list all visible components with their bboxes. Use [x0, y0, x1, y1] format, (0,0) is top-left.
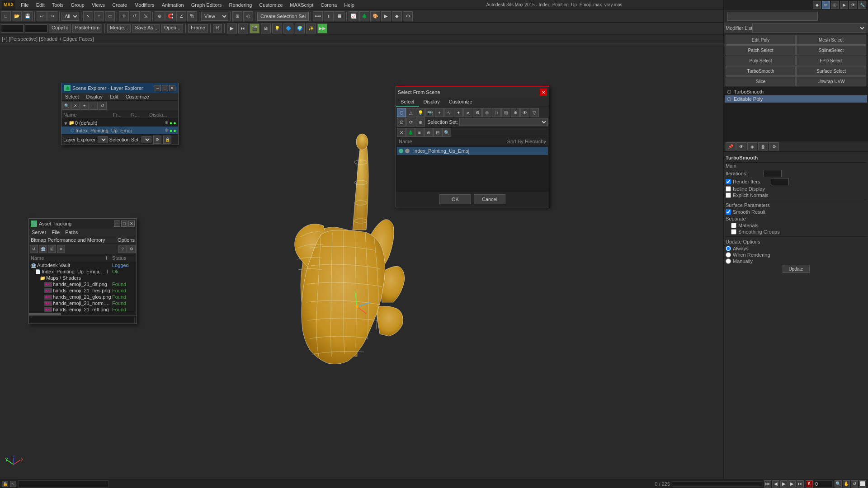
- move-btn[interactable]: ✛: [119, 11, 129, 21]
- se-collapse-btn[interactable]: -: [90, 102, 98, 110]
- at-settings-btn[interactable]: ⚙: [127, 245, 136, 253]
- sfs-search-close-btn[interactable]: ✕: [397, 128, 406, 137]
- remove-mod-btn[interactable]: 🗑: [758, 142, 768, 150]
- viewport-btn[interactable]: 🖥: [261, 23, 271, 33]
- sfs-invert-btn[interactable]: ⟳: [406, 117, 415, 127]
- sfs-selection-set-dropdown[interactable]: [459, 118, 548, 126]
- reference-btn[interactable]: ⊕: [155, 11, 165, 21]
- sfs-light-btn[interactable]: 💡: [416, 108, 425, 117]
- always-radio[interactable]: [726, 246, 731, 251]
- align-btn[interactable]: ⫿: [324, 11, 334, 21]
- sfs-customize-tab[interactable]: Customize: [444, 98, 477, 107]
- at-row-6[interactable]: IMG hands_emoji_21_norm.png Found: [29, 300, 137, 306]
- at-status-input[interactable]: [31, 317, 135, 323]
- frame-input[interactable]: [815, 480, 833, 488]
- object-type-select[interactable]: All: [61, 12, 79, 21]
- at-grid-btn[interactable]: ⊞: [48, 245, 56, 253]
- sfs-ik-btn[interactable]: ⚙: [473, 108, 482, 117]
- start-frame-btn[interactable]: ⏮: [764, 480, 771, 488]
- se-display-menu[interactable]: Display: [83, 93, 106, 100]
- menu-help[interactable]: Help: [340, 1, 358, 9]
- menu-rendering[interactable]: Rendering: [226, 1, 256, 9]
- end-frame-btn[interactable]: ⏭: [797, 480, 804, 488]
- pivot-btn[interactable]: ◎: [243, 11, 253, 21]
- display-icon[interactable]: 👁: [849, 1, 857, 9]
- unwrap-uvw-btn[interactable]: Unwrap UVW: [796, 76, 866, 86]
- slice-btn[interactable]: Slice: [726, 76, 796, 86]
- sfs-close-btn[interactable]: ✕: [540, 89, 547, 96]
- at-row-5[interactable]: IMG hands_emoji_21_glos.png Found: [29, 294, 137, 300]
- copy-to-btn[interactable]: CopyTo: [49, 24, 71, 33]
- sfs-geom-btn[interactable]: ⬡: [397, 108, 406, 117]
- configure-btn[interactable]: ⚙: [769, 142, 779, 150]
- status-lock-btn[interactable]: 🔒: [2, 481, 8, 487]
- sfs-select-tab[interactable]: Select: [396, 98, 419, 107]
- sfs-none-btn[interactable]: ∅: [397, 117, 406, 127]
- render-active-btn[interactable]: 🎬: [250, 23, 259, 33]
- at-row-7[interactable]: IMG hands_emoji_21_refl.png Found: [29, 306, 137, 313]
- at-row-2[interactable]: 📁 Maps / Shaders: [29, 275, 137, 281]
- smooth-result-checkbox[interactable]: [726, 209, 731, 215]
- sfs-bone-btn[interactable]: ⌀: [463, 108, 472, 117]
- sfs-hidden-btn[interactable]: 👁: [520, 108, 529, 117]
- sfs-arrange-btn[interactable]: ⊟: [433, 128, 442, 137]
- at-server-menu[interactable]: Server: [29, 229, 49, 236]
- save-as-btn[interactable]: Save As...: [132, 24, 160, 33]
- sfs-tree-btn[interactable]: 🌲: [406, 128, 415, 137]
- sfs-zoom-btn[interactable]: ⊕: [424, 128, 433, 137]
- se-lock-btn[interactable]: 🔒: [163, 136, 171, 144]
- manually-radio[interactable]: [726, 258, 731, 264]
- turbo-smooth-mod-btn[interactable]: TurboSmooth: [726, 66, 796, 76]
- edit-poly-btn[interactable]: Edit Poly: [726, 35, 796, 45]
- at-maximize-btn[interactable]: □: [121, 221, 127, 227]
- merge-btn[interactable]: Merge...: [107, 24, 131, 33]
- object-name-input[interactable]: Index_Pointing_Up_Emoji: [727, 12, 818, 21]
- at-row-4[interactable]: IMG hands_emoji_21_fres.png Found: [29, 287, 137, 294]
- menu-graph-editors[interactable]: Graph Editors: [188, 1, 226, 9]
- graph-editors-btn[interactable]: 📈: [349, 11, 359, 21]
- view-select[interactable]: View: [201, 12, 228, 21]
- explicit-normals-checkbox[interactable]: [726, 192, 731, 198]
- motion-icon[interactable]: ▶: [840, 1, 848, 9]
- sfs-filter-btn[interactable]: ▽: [530, 108, 539, 117]
- scene-explorer-minimize[interactable]: ─: [155, 85, 161, 91]
- scale-btn[interactable]: ⇲: [141, 11, 151, 21]
- poly-select-btn[interactable]: Poly Select: [726, 56, 796, 66]
- open-btn[interactable]: Open...: [161, 24, 183, 33]
- next-frame-btn[interactable]: ⏭: [238, 23, 248, 33]
- sfs-particle-btn[interactable]: ✦: [454, 108, 463, 117]
- se-row-0[interactable]: ▼ 📁 0 (default) ❄ ● ●: [61, 119, 178, 127]
- create-selection-btn[interactable]: Create Selection Sel: [257, 12, 309, 21]
- at-help-btn[interactable]: ?: [118, 245, 127, 253]
- play-btn[interactable]: ▶: [227, 23, 237, 33]
- se-footer-select[interactable]: [98, 136, 108, 143]
- menu-group[interactable]: Group: [67, 1, 88, 9]
- when-rendering-radio[interactable]: [726, 252, 731, 258]
- effects-btn[interactable]: ✨: [306, 23, 316, 33]
- undo-btn[interactable]: ↩: [37, 11, 47, 21]
- se-customize-menu[interactable]: Customize: [122, 93, 153, 100]
- render-frame-btn[interactable]: ▶: [381, 11, 391, 21]
- select-btn[interactable]: ↖: [83, 11, 93, 21]
- keying-btn[interactable]: K: [806, 480, 813, 488]
- smoothing-groups-checkbox[interactable]: [731, 229, 736, 235]
- se-options-btn[interactable]: ⚙: [153, 136, 161, 144]
- menu-animation[interactable]: Animation: [158, 1, 188, 9]
- sfs-list-btn[interactable]: ≡: [415, 128, 424, 137]
- create-icon[interactable]: ◆: [813, 1, 821, 9]
- isoline-checkbox[interactable]: [726, 186, 731, 192]
- pin-stack-btn[interactable]: 📌: [726, 142, 736, 150]
- sfs-list-row-0[interactable]: Index_Pointing_Up_Emoj: [397, 147, 548, 155]
- se-select-menu[interactable]: Select: [61, 93, 83, 100]
- at-row-0[interactable]: 🏦 Autodesk Vault Logged: [29, 262, 137, 268]
- sfs-frozen-btn[interactable]: ❄: [511, 108, 520, 117]
- scene-explorer-close[interactable]: ✕: [169, 85, 175, 91]
- mesh-select-btn[interactable]: Mesh Select: [796, 35, 866, 45]
- sfs-find-btn[interactable]: 🔍: [442, 128, 451, 137]
- fpd-select-btn[interactable]: FPD Select: [796, 56, 866, 66]
- hierarchy-icon[interactable]: ⊞: [831, 1, 839, 9]
- menu-maxscript[interactable]: MAXScript: [286, 1, 317, 9]
- material-editor-btn[interactable]: ◆: [392, 11, 402, 21]
- r-btn[interactable]: R: [213, 24, 222, 33]
- patch-select-btn[interactable]: Patch Select: [726, 45, 796, 55]
